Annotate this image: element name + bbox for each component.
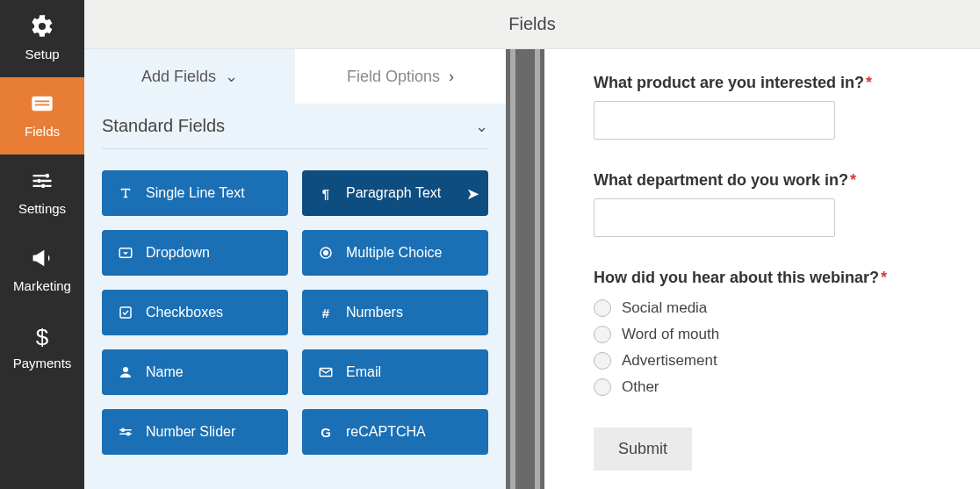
radio-label: Social media (622, 299, 707, 317)
main: Fields Add Fields ⌄ Field Options › Stan… (84, 0, 980, 489)
person-icon (118, 364, 133, 380)
field-label: Email (346, 364, 381, 380)
radio-label: Advertisement (622, 352, 717, 370)
sidebar-item-payments[interactable]: $ Payments (0, 309, 84, 386)
field-checkboxes[interactable]: Checkboxes (102, 290, 288, 335)
field-label: Dropdown (146, 245, 210, 261)
dropdown-icon (118, 245, 133, 261)
radio-option[interactable]: Social media (594, 299, 936, 317)
svg-rect-2 (35, 104, 49, 105)
radio-option[interactable]: Advertisement (594, 352, 936, 370)
tab-add-fields[interactable]: Add Fields ⌄ (84, 49, 295, 104)
svg-point-10 (126, 432, 131, 436)
field-single-line-text[interactable]: Single Line Text (102, 170, 288, 216)
google-icon: G (318, 424, 334, 440)
field-label: Name (146, 364, 184, 380)
panel-divider (506, 49, 544, 489)
field-label: Single Line Text (146, 185, 245, 201)
field-label: Number Slider (146, 424, 235, 440)
sidebar-item-label: Marketing (13, 278, 71, 293)
hash-icon: # (318, 305, 334, 320)
radio-icon (318, 245, 334, 261)
radio-label: Word of mouth (622, 326, 719, 343)
checkbox-icon (118, 305, 133, 320)
slider-icon (118, 424, 133, 440)
svg-point-5 (324, 251, 328, 255)
radio-label: Other (622, 378, 659, 396)
radio-icon (594, 299, 611, 317)
department-input[interactable] (594, 198, 835, 237)
form-icon (30, 94, 54, 119)
paragraph-icon: ¶ (318, 185, 334, 201)
tab-label: Add Fields (141, 68, 216, 86)
fields-panel: Add Fields ⌄ Field Options › Standard Fi… (84, 49, 506, 489)
field-number-slider[interactable]: Number Slider (102, 409, 288, 455)
radio-icon (594, 378, 611, 396)
chevron-down-icon: ⌄ (475, 117, 488, 136)
question-label: What department do you work in?* (594, 171, 936, 190)
sidebar: Setup Fields Settings Marketing $ Paymen… (0, 0, 84, 489)
field-email[interactable]: Email (302, 349, 488, 395)
sidebar-item-label: Payments (13, 356, 72, 370)
megaphone-icon (30, 248, 54, 273)
question-label: How did you hear about this webinar?* (594, 269, 936, 287)
sliders-icon (30, 171, 54, 196)
sidebar-item-fields[interactable]: Fields (0, 77, 84, 155)
dollar-icon: $ (30, 326, 54, 350)
section-standard-fields[interactable]: Standard Fields ⌄ (102, 104, 488, 149)
product-input[interactable] (594, 101, 835, 140)
field-paragraph-text[interactable]: ¶ Paragraph Text ➤ (302, 170, 488, 216)
field-name[interactable]: Name (102, 349, 288, 395)
radio-option[interactable]: Word of mouth (594, 326, 936, 343)
field-multiple-choice[interactable]: Multiple Choice (302, 230, 488, 276)
workarea: Add Fields ⌄ Field Options › Standard Fi… (84, 49, 980, 489)
tab-label: Field Options (347, 68, 440, 86)
svg-point-7 (123, 367, 128, 372)
topbar: Fields (84, 0, 980, 49)
radio-group: Social media Word of mouth Advertisement… (594, 299, 936, 396)
sidebar-item-label: Settings (18, 201, 66, 216)
radio-icon (594, 352, 611, 370)
submit-button[interactable]: Submit (594, 428, 692, 471)
svg-rect-0 (32, 96, 52, 110)
field-label: reCAPTCHA (346, 424, 426, 440)
radio-option[interactable]: Other (594, 378, 936, 396)
panel-tabs: Add Fields ⌄ Field Options › (84, 49, 506, 104)
sidebar-item-label: Setup (25, 47, 59, 61)
envelope-icon (318, 364, 334, 380)
question-hear-about: How did you hear about this webinar?* So… (594, 269, 936, 396)
tab-field-options[interactable]: Field Options › (295, 49, 506, 104)
field-recaptcha[interactable]: G reCAPTCHA (302, 409, 488, 455)
svg-rect-1 (35, 100, 49, 102)
section-title: Standard Fields (102, 116, 225, 136)
sidebar-item-setup[interactable]: Setup (0, 0, 84, 77)
sidebar-item-marketing[interactable]: Marketing (0, 232, 84, 309)
radio-icon (594, 326, 611, 343)
page-title: Fields (508, 14, 555, 34)
chevron-down-icon: ⌄ (225, 67, 238, 86)
sidebar-item-settings[interactable]: Settings (0, 155, 84, 232)
field-label: Paragraph Text (346, 185, 441, 201)
field-dropdown[interactable]: Dropdown (102, 230, 288, 276)
question-label: What product are you interested in?* (594, 74, 936, 92)
text-type-icon (118, 185, 133, 201)
question-department: What department do you work in?* (594, 171, 936, 237)
field-numbers[interactable]: # Numbers (302, 290, 488, 335)
field-label: Multiple Choice (346, 245, 442, 261)
svg-point-9 (121, 428, 126, 433)
sidebar-item-label: Fields (25, 124, 60, 139)
svg-rect-6 (120, 307, 131, 318)
chevron-right-icon: › (449, 68, 454, 86)
question-product: What product are you interested in?* (594, 74, 936, 140)
field-label: Checkboxes (146, 305, 223, 320)
gear-icon (30, 17, 54, 41)
cursor-icon: ➤ (466, 184, 479, 204)
field-label: Numbers (346, 305, 403, 320)
form-preview: What product are you interested in?* Wha… (544, 49, 980, 489)
fields-grid: Single Line Text ¶ Paragraph Text ➤ Drop… (84, 149, 506, 476)
